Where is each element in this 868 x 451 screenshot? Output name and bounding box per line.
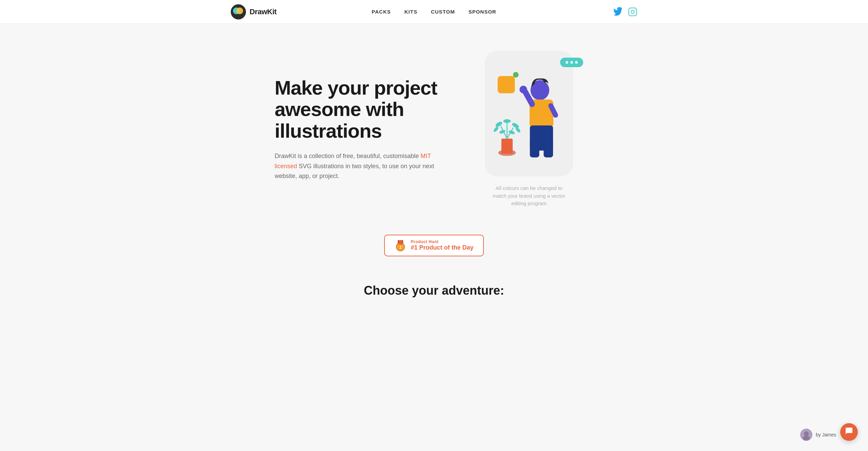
- svg-text:1: 1: [399, 245, 402, 250]
- chat-dot-2: [570, 61, 573, 64]
- svg-point-7: [513, 72, 519, 78]
- svg-point-14: [503, 119, 511, 123]
- medal-icon: 1: [394, 239, 407, 252]
- hero-illustration: All colours can be changed to match your…: [465, 51, 593, 208]
- hero-desc-suffix: SVG illustrations in two styles, to use …: [275, 163, 434, 180]
- nav-socials: [613, 7, 637, 17]
- chat-dot-3: [575, 61, 578, 64]
- hero-section: Make your project awesome with illustrat…: [231, 24, 637, 228]
- svg-point-4: [631, 10, 634, 13]
- logo-icon: [231, 4, 246, 20]
- by-james-text: by James: [816, 432, 836, 437]
- chat-widget[interactable]: [840, 423, 858, 441]
- nav-sponsor[interactable]: SPONSOR: [469, 9, 496, 15]
- chat-dot-1: [566, 61, 568, 64]
- svg-point-2: [236, 7, 243, 14]
- nav-links: PACKS KITS CUSTOM SPONSOR: [372, 9, 496, 15]
- svg-point-5: [634, 9, 635, 10]
- phone-mockup: [485, 51, 573, 176]
- svg-rect-3: [629, 8, 636, 16]
- product-hunt-text: Product Hunt #1 Product of the Day: [411, 239, 473, 251]
- hero-text: Make your project awesome with illustrat…: [275, 77, 437, 181]
- product-hunt-label: Product Hunt: [411, 239, 473, 244]
- twitter-icon[interactable]: [613, 7, 623, 17]
- instagram-icon[interactable]: [628, 7, 637, 17]
- svg-marker-32: [402, 240, 403, 243]
- chat-widget-icon: [845, 427, 853, 437]
- brand-name: DrawKit: [250, 7, 277, 16]
- svg-rect-26: [530, 139, 539, 157]
- svg-point-16: [493, 126, 499, 133]
- hero-description: DrawKit is a collection of free, beautif…: [275, 151, 437, 181]
- choose-section: Choose your adventure:: [231, 277, 637, 311]
- svg-rect-27: [544, 139, 553, 157]
- illustration-caption: All colours can be changed to match your…: [488, 184, 570, 208]
- product-hunt-title: #1 Product of the Day: [411, 244, 473, 251]
- by-james-widget[interactable]: by James: [800, 429, 836, 441]
- product-hunt-badge[interactable]: 1 Product Hunt #1 Product of the Day: [384, 235, 484, 256]
- james-avatar: [800, 429, 812, 441]
- navbar: DrawKit PACKS KITS CUSTOM SPONSOR: [0, 0, 868, 24]
- svg-point-23: [519, 86, 527, 93]
- svg-marker-31: [398, 240, 399, 243]
- svg-point-35: [803, 436, 810, 440]
- svg-rect-9: [501, 139, 513, 154]
- svg-point-13: [495, 121, 503, 128]
- nav-kits[interactable]: KITS: [405, 9, 417, 15]
- choose-title: Choose your adventure:: [231, 283, 637, 298]
- hero-desc-prefix: DrawKit is a collection of free, beautif…: [275, 153, 420, 159]
- nav-custom[interactable]: CUSTOM: [431, 9, 455, 15]
- product-hunt-section: 1 Product Hunt #1 Product of the Day: [231, 235, 637, 256]
- hero-title: Make your project awesome with illustrat…: [275, 77, 437, 142]
- nav-packs[interactable]: PACKS: [372, 9, 391, 15]
- svg-rect-6: [498, 76, 515, 93]
- svg-rect-30: [399, 240, 402, 245]
- chat-bubble: [560, 58, 583, 67]
- svg-point-15: [511, 122, 520, 129]
- svg-point-34: [804, 431, 809, 436]
- person-illustration: [488, 58, 570, 170]
- svg-line-22: [525, 92, 532, 104]
- logo[interactable]: DrawKit: [231, 4, 277, 20]
